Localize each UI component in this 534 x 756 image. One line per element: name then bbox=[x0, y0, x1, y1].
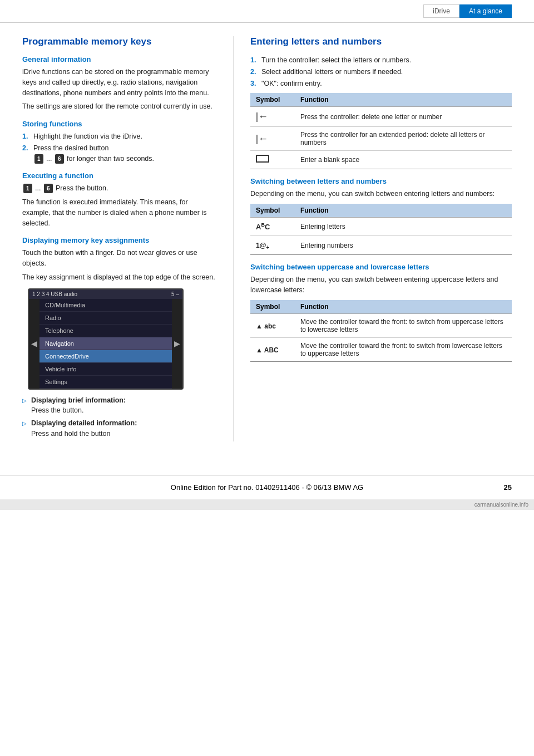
bullet-brief: Displaying brief information: Press the … bbox=[22, 395, 216, 416]
sym-num-func: Entering numbers bbox=[295, 236, 512, 255]
sym-num-icon: 1@+ bbox=[250, 236, 295, 255]
switch-letnum-para: Depending on the menu, you can switch be… bbox=[250, 189, 512, 199]
sym-space-func: Enter a blank space bbox=[295, 151, 512, 169]
sym-row-back-long: |← Press the controller for an extended … bbox=[250, 127, 512, 151]
sym-abc-func: Entering letters bbox=[295, 218, 512, 236]
sym-space-icon bbox=[250, 151, 295, 169]
sym-tri-ABC-icon: ▲ ABC bbox=[250, 337, 295, 361]
menu-settings: Settings bbox=[39, 376, 172, 389]
footer: Online Edition for Part no. 01402911406 … bbox=[0, 475, 534, 499]
case-row-upper: ▲ ABC Move the controller toward the fro… bbox=[250, 337, 512, 361]
sym-abc-icon: ABC bbox=[250, 218, 295, 236]
letnum-col1-header: Symbol bbox=[250, 204, 295, 218]
sym-col1-header: Symbol bbox=[250, 93, 295, 107]
main-content: Programmable memory keys General informa… bbox=[0, 23, 534, 464]
screen-menu: CD/Multimedia Radio Telephone Navigation… bbox=[39, 299, 172, 389]
case-col1-header: Symbol bbox=[250, 300, 295, 314]
sym-tri-abc-func: Move the controller toward the front: to… bbox=[295, 313, 512, 337]
screen-mockup: 1 2 3 4 USB audio 5 – ◀ CD/Multimedia Ra… bbox=[28, 288, 184, 390]
general-info-para1: iDrive functions can be stored on the pr… bbox=[22, 67, 216, 98]
footer-text: Online Edition for Part no. 01402911406 … bbox=[22, 483, 512, 492]
executing-heading: Executing a function bbox=[22, 171, 216, 180]
menu-radio: Radio bbox=[39, 312, 172, 325]
page-number: 25 bbox=[504, 483, 512, 492]
storing-steps-list: 1. Highlight the function via the iDrive… bbox=[22, 131, 216, 164]
watermark-text: carmanualsonline.info bbox=[474, 502, 528, 508]
screen-body: ◀ CD/Multimedia Radio Telephone Navigati… bbox=[29, 299, 182, 389]
executing-btn1: 1 bbox=[23, 184, 32, 193]
sym-back-long-func: Press the controller for an extended per… bbox=[295, 127, 512, 151]
screen-nav-right: ▶ bbox=[172, 299, 182, 389]
header-bar: iDrive At a glance bbox=[0, 0, 534, 23]
right-section-title: Entering letters and numbers bbox=[250, 36, 512, 47]
header-tabs: iDrive At a glance bbox=[423, 4, 512, 18]
sym-back-single-func: Press the controller: delete one letter … bbox=[295, 107, 512, 127]
symbol-table-letnum: Symbol Function ABC Entering letters 1@+… bbox=[250, 204, 512, 255]
screen-top-right: 5 – bbox=[171, 291, 179, 297]
menu-connecteddrive: ConnectedDrive bbox=[39, 350, 172, 363]
switch-letnum-heading: Switching between letters and numbers bbox=[250, 177, 512, 185]
letnum-row-numbers: 1@+ Entering numbers bbox=[250, 236, 512, 255]
screen-top-left: 1 2 3 4 USB audio bbox=[32, 291, 77, 297]
executing-buttons: 1 ... 6 Press the button. bbox=[22, 183, 216, 194]
left-column: Programmable memory keys General informa… bbox=[22, 36, 234, 441]
btn-key-1: 1 bbox=[34, 154, 43, 164]
tab-at-a-glance[interactable]: At a glance bbox=[459, 4, 512, 18]
bullet-detailed: Displaying detailed information: Press a… bbox=[22, 418, 216, 439]
enter-steps-list: 1. Turn the controller: select the lette… bbox=[250, 55, 512, 89]
executing-para: The function is executed immediately. Th… bbox=[22, 197, 216, 228]
sym-tri-abc-icon: ▲ abc bbox=[250, 313, 295, 337]
sym-tri-ABC-func: Move the controller toward the front: to… bbox=[295, 337, 512, 361]
general-info-para2: The settings are stored for the remote c… bbox=[22, 101, 216, 112]
displaying-para1: Touch the button with a finger. Do not w… bbox=[22, 248, 216, 269]
menu-cd: CD/Multimedia bbox=[39, 299, 172, 312]
left-section-title: Programmable memory keys bbox=[22, 36, 216, 47]
footer-label: Online Edition for Part no. 01402911406 … bbox=[171, 483, 363, 492]
menu-vehicleinfo: Vehicle info bbox=[39, 363, 172, 376]
screen-top-bar: 1 2 3 4 USB audio 5 – bbox=[29, 289, 182, 299]
displaying-heading: Displaying memory key assignments bbox=[22, 236, 216, 244]
displaying-bullets: Displaying brief information: Press the … bbox=[22, 395, 216, 439]
sym-back-single-icon: |← bbox=[250, 107, 295, 127]
executing-btn6: 6 bbox=[44, 184, 53, 193]
storing-step-1: 1. Highlight the function via the iDrive… bbox=[22, 131, 216, 142]
enter-step-1: 1. Turn the controller: select the lette… bbox=[250, 55, 512, 66]
symbol-table-main: Symbol Function |← Press the controller:… bbox=[250, 93, 512, 169]
letnum-col2-header: Function bbox=[295, 204, 512, 218]
tab-idrive[interactable]: iDrive bbox=[423, 4, 459, 18]
case-col2-header: Function bbox=[295, 300, 512, 314]
switch-case-heading: Switching between uppercase and lowercas… bbox=[250, 263, 512, 271]
case-row-lower: ▲ abc Move the controller toward the fro… bbox=[250, 313, 512, 337]
symbol-table-case: Symbol Function ▲ abc Move the controlle… bbox=[250, 300, 512, 362]
sym-row-space: Enter a blank space bbox=[250, 151, 512, 169]
btn-key-6: 6 bbox=[55, 154, 64, 164]
sym-row-back-single: |← Press the controller: delete one lett… bbox=[250, 107, 512, 127]
menu-navigation: Navigation bbox=[39, 337, 172, 350]
screen-nav-left: ◀ bbox=[29, 299, 39, 389]
enter-step-3: 3. "OK": confirm entry. bbox=[250, 78, 512, 89]
watermark-bar: carmanualsonline.info bbox=[0, 499, 534, 510]
displaying-para2: The key assignment is displayed at the t… bbox=[22, 272, 216, 283]
right-column: Entering letters and numbers 1. Turn the… bbox=[234, 36, 512, 441]
switch-case-para: Depending on the menu, you can switch be… bbox=[250, 274, 512, 296]
storing-heading: Storing functions bbox=[22, 120, 216, 128]
letnum-row-letters: ABC Entering letters bbox=[250, 218, 512, 236]
sym-col2-header: Function bbox=[295, 93, 512, 107]
enter-step-2: 2. Select additional letters or numbers … bbox=[250, 67, 512, 77]
sym-back-long-icon: |← bbox=[250, 127, 295, 151]
general-info-heading: General information bbox=[22, 55, 216, 63]
storing-step-2: 2. Press the desired button 1 ... 6 for … bbox=[22, 143, 216, 164]
menu-telephone: Telephone bbox=[39, 325, 172, 337]
